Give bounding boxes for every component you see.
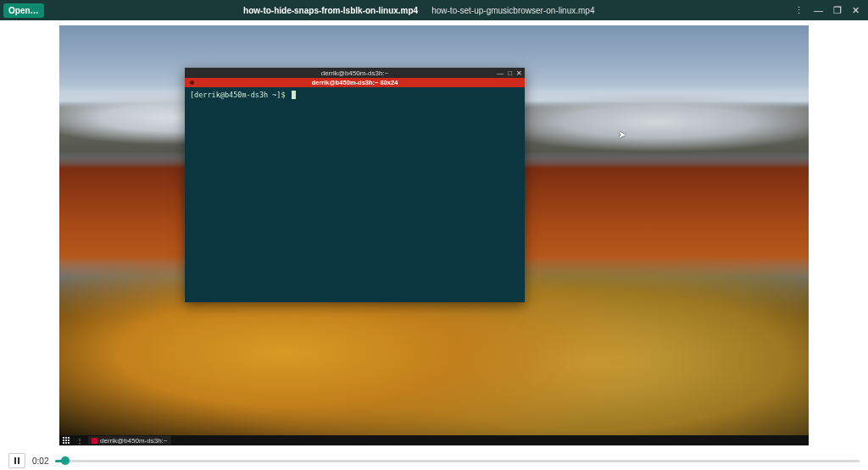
pause-button[interactable] [8,453,25,468]
minimize-icon[interactable]: — [814,6,823,15]
pause-icon [14,457,19,464]
app-header: Open… how-to-hide-snaps-from-lsblk-on-li… [0,0,868,20]
seek-thumb[interactable] [61,456,70,465]
desktop-panel: ⋮ derrik@b450m-ds3h:~ [59,435,809,445]
file-tabs: how-to-hide-snaps-from-lsblk-on-linux.mp… [44,6,794,15]
tab-file-2[interactable]: how-to-set-up-gmusicbrowser-on-linux.mp4 [431,6,594,15]
close-icon[interactable]: ✕ [852,6,860,15]
terminal-body: [derrik@b450m-ds3h ~]$ [185,87,525,302]
open-button[interactable]: Open… [3,3,44,18]
terminal-tabbar: derrik@b450m-ds3h:~ 80x24 [185,78,525,87]
terminal-close-icon: ✕ [516,69,522,77]
terminal-app-icon [92,438,97,444]
terminal-maximize-icon: □ [508,69,512,77]
taskbar-item-label: derrik@b450m-ds3h:~ [100,437,168,445]
video-viewport: ➤ derrik@b450m-ds3h:~ — □ ✕ derrik@b450m… [0,20,868,451]
terminal-cursor-icon [292,91,296,99]
taskbar-item-terminal: derrik@b450m-ds3h:~ [88,436,171,445]
cursor-pointer-icon: ➤ [618,129,626,141]
terminal-prompt-text: [derrik@b450m-ds3h ~]$ [190,91,286,99]
terminal-prompt: [derrik@b450m-ds3h ~]$ [190,91,290,99]
playback-bar: 0:02 [0,451,868,470]
header-controls: ⋮ — ❐ ✕ [794,6,865,15]
tab-file-1[interactable]: how-to-hide-snaps-from-lsblk-on-linux.mp… [243,6,418,15]
kebab-menu-icon[interactable]: ⋮ [794,6,804,15]
panel-divider-icon: ⋮ [76,437,83,445]
video-frame[interactable]: ➤ derrik@b450m-ds3h:~ — □ ✕ derrik@b450m… [59,25,809,445]
terminal-window-title: derrik@b450m-ds3h:~ [321,69,389,77]
apps-grid-icon [63,437,71,444]
seek-slider[interactable] [55,460,860,462]
terminal-minimize-icon: — [497,69,504,77]
terminal-titlebar: derrik@b450m-ds3h:~ — □ ✕ [185,68,525,78]
terminal-tab-label: derrik@b450m-ds3h:~ 80x24 [185,79,525,86]
terminal-tab-close-icon [190,80,194,85]
maximize-icon[interactable]: ❐ [833,6,842,15]
terminal-window: derrik@b450m-ds3h:~ — □ ✕ derrik@b450m-d… [185,68,525,302]
terminal-window-controls: — □ ✕ [497,68,522,78]
playback-time: 0:02 [32,456,48,466]
